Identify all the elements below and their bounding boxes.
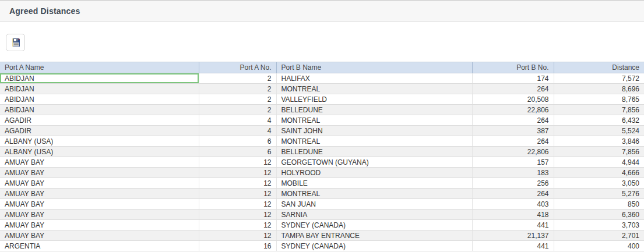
table-cell[interactable]: 12 (199, 178, 276, 189)
table-row[interactable]: ABIDJAN2BELLEDUNE22,8067,856 (0, 105, 644, 115)
table-row[interactable]: ABIDJAN2HALIFAX1747,572 (0, 73, 644, 84)
table-cell[interactable]: AGADIR (0, 115, 199, 126)
table-cell[interactable]: 3,050 (554, 178, 644, 189)
table-cell[interactable]: ABIDJAN (0, 105, 199, 115)
table-row[interactable]: AMUAY BAY12SARNIA4186,360 (0, 210, 644, 220)
table-cell[interactable]: 850 (554, 199, 644, 210)
table-cell[interactable]: 12 (199, 168, 276, 178)
table-cell[interactable]: SAINT JOHN (276, 126, 472, 136)
table-cell[interactable]: HALIFAX (276, 73, 472, 84)
table-cell[interactable]: 400 (554, 241, 644, 251)
table-cell[interactable]: ABIDJAN (0, 84, 199, 94)
table-row[interactable]: ALBANY (USA)6MONTREAL2643,846 (0, 136, 644, 147)
table-row[interactable]: AMUAY BAY12SYDNEY (CANADA)4413,703 (0, 220, 644, 230)
table-cell[interactable]: 7,856 (554, 105, 644, 115)
table-cell[interactable]: 256 (472, 178, 554, 189)
table-cell[interactable]: 20,508 (472, 94, 554, 105)
table-row[interactable]: ABIDJAN2MONTREAL2648,696 (0, 84, 644, 94)
table-cell[interactable]: MONTREAL (276, 189, 472, 199)
table-cell[interactable]: 387 (472, 126, 554, 136)
table-cell[interactable]: AMUAY BAY (0, 168, 199, 178)
table-cell[interactable]: ABIDJAN (0, 94, 199, 105)
table-cell[interactable]: 12 (199, 157, 276, 168)
table-cell[interactable]: 418 (472, 210, 554, 220)
table-cell[interactable]: MONTREAL (276, 84, 472, 94)
table-row[interactable]: AMUAY BAY12MOBILE2563,050 (0, 178, 644, 189)
table-cell[interactable]: HOLYROOD (276, 168, 472, 178)
table-cell[interactable]: 8,696 (554, 84, 644, 94)
table-cell[interactable]: 2 (199, 84, 276, 94)
table-cell[interactable]: AMUAY BAY (0, 230, 199, 241)
table-cell[interactable]: 16 (199, 241, 276, 251)
table-cell[interactable]: 2 (199, 73, 276, 84)
table-cell[interactable]: ABIDJAN (0, 73, 199, 84)
table-cell[interactable]: 174 (472, 73, 554, 84)
table-cell[interactable]: 8,765 (554, 94, 644, 105)
table-cell[interactable]: 4 (199, 126, 276, 136)
table-cell[interactable]: 441 (472, 220, 554, 230)
table-row[interactable]: AMUAY BAY12MONTREAL2645,276 (0, 189, 644, 199)
column-header-port-b-name[interactable]: Port B Name (276, 62, 472, 73)
table-cell[interactable]: AMUAY BAY (0, 220, 199, 230)
table-cell[interactable]: 264 (472, 189, 554, 199)
table-cell[interactable]: 4,944 (554, 157, 644, 168)
table-cell[interactable]: MONTREAL (276, 115, 472, 126)
table-cell[interactable]: AMUAY BAY (0, 199, 199, 210)
table-cell[interactable]: 7,572 (554, 73, 644, 84)
column-header-port-b-no[interactable]: Port B No. (472, 62, 554, 73)
table-cell[interactable]: 3,846 (554, 136, 644, 147)
table-cell[interactable]: 441 (472, 241, 554, 251)
table-row[interactable]: ALBANY (USA)6BELLEDUNE22,8067,856 (0, 147, 644, 157)
table-cell[interactable]: MOBILE (276, 178, 472, 189)
table-cell[interactable]: 12 (199, 220, 276, 230)
table-cell[interactable]: MONTREAL (276, 136, 472, 147)
table-cell[interactable]: 183 (472, 168, 554, 178)
table-cell[interactable]: 5,276 (554, 189, 644, 199)
table-cell[interactable]: 7,856 (554, 147, 644, 157)
column-header-port-a-no[interactable]: Port A No. (199, 62, 276, 73)
table-cell[interactable]: 5,524 (554, 126, 644, 136)
table-cell[interactable]: 6 (199, 147, 276, 157)
table-cell[interactable]: ALBANY (USA) (0, 147, 199, 157)
table-row[interactable]: AMUAY BAY12TAMPA BAY ENTRANCE21,1372,701 (0, 230, 644, 241)
table-row[interactable]: AGADIR4SAINT JOHN3875,524 (0, 126, 644, 136)
table-cell[interactable]: 4 (199, 115, 276, 126)
save-button[interactable] (6, 34, 25, 51)
table-cell[interactable]: 22,806 (472, 105, 554, 115)
table-cell[interactable]: 403 (472, 199, 554, 210)
table-row[interactable]: AMUAY BAY12HOLYROOD1834,666 (0, 168, 644, 178)
table-cell[interactable]: 2,701 (554, 230, 644, 241)
table-cell[interactable]: 12 (199, 189, 276, 199)
table-cell[interactable]: 2 (199, 105, 276, 115)
table-cell[interactable]: 264 (472, 136, 554, 147)
table-cell[interactable]: BELLEDUNE (276, 105, 472, 115)
table-cell[interactable]: AMUAY BAY (0, 210, 199, 220)
table-cell[interactable]: SYDNEY (CANADA) (276, 220, 472, 230)
table-cell[interactable]: TAMPA BAY ENTRANCE (276, 230, 472, 241)
table-cell[interactable]: VALLEYFIELD (276, 94, 472, 105)
table-cell[interactable]: SYDNEY (CANADA) (276, 241, 472, 251)
table-row[interactable]: AMUAY BAY12SAN JUAN403850 (0, 199, 644, 210)
table-row[interactable]: AMUAY BAY12GEORGETOWN (GUYANA)1574,944 (0, 157, 644, 168)
table-cell[interactable]: 21,137 (472, 230, 554, 241)
table-cell[interactable]: SARNIA (276, 210, 472, 220)
table-cell[interactable]: 12 (199, 199, 276, 210)
table-cell[interactable]: GEORGETOWN (GUYANA) (276, 157, 472, 168)
table-cell[interactable]: AMUAY BAY (0, 189, 199, 199)
table-row[interactable]: ABIDJAN2VALLEYFIELD20,5088,765 (0, 94, 644, 105)
table-cell[interactable]: 6,432 (554, 115, 644, 126)
table-cell[interactable]: ALBANY (USA) (0, 136, 199, 147)
table-cell[interactable]: 6,360 (554, 210, 644, 220)
table-cell[interactable]: 22,806 (472, 147, 554, 157)
table-cell[interactable]: 264 (472, 115, 554, 126)
table-cell[interactable]: BELLEDUNE (276, 147, 472, 157)
table-cell[interactable]: AMUAY BAY (0, 178, 199, 189)
table-cell[interactable]: 6 (199, 136, 276, 147)
table-cell[interactable]: 157 (472, 157, 554, 168)
table-cell[interactable]: AGADIR (0, 126, 199, 136)
table-cell[interactable]: 12 (199, 230, 276, 241)
table-cell[interactable]: 3,703 (554, 220, 644, 230)
table-cell[interactable]: SAN JUAN (276, 199, 472, 210)
table-cell[interactable]: 12 (199, 210, 276, 220)
column-header-port-a-name[interactable]: Port A Name (0, 62, 199, 73)
